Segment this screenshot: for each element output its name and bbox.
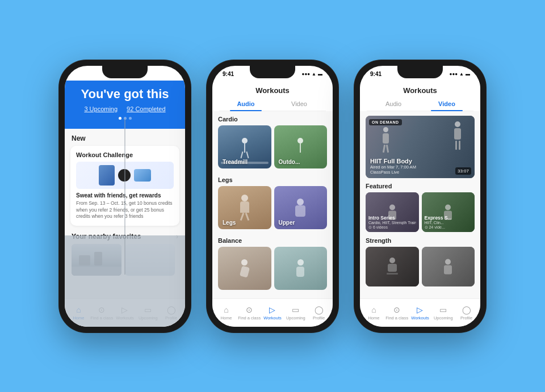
featured-intro[interactable]: Intro Series Cardio, HIIT, Strength Trai…	[366, 192, 419, 232]
workout-treadmill[interactable]: Treadmill	[218, 125, 271, 168]
featured-section: Featured	[360, 183, 480, 232]
legs-grid: Legs Upper	[212, 186, 333, 233]
home-icon-c: ⌂	[224, 305, 228, 314]
signal-icon: ●●●	[154, 71, 163, 77]
right-tabs: Audio Video	[367, 97, 473, 111]
center-workouts-scroll: Cardio	[212, 111, 333, 298]
tab-audio-right[interactable]: Audio	[367, 97, 420, 111]
featured-label: Featured	[366, 183, 475, 189]
signal-icon-r: ●●●	[450, 71, 458, 77]
profile-label-c: Profile	[313, 315, 325, 321]
time-center: 9:41	[223, 71, 234, 77]
category-cardio: Cardio	[212, 111, 333, 125]
upcoming-label-r: Upcoming	[434, 315, 453, 321]
center-title: Workouts	[219, 84, 326, 97]
bottom-nav-center: ⌂ Home ⊙ Find a class ▷ Workouts ▭ Upcom…	[212, 298, 333, 327]
workouts-label-c: Workouts	[263, 315, 282, 321]
tab-video-center[interactable]: Video	[272, 97, 326, 111]
upper-label: Upper	[279, 220, 295, 226]
signal-icon-c: ●●●	[302, 71, 311, 77]
express-count: ⊙ 24 vide...	[425, 225, 472, 230]
treadmill-label: Treadmill	[223, 159, 248, 165]
video-aired: Aired on Mar 7, 7:00 AM	[370, 165, 416, 170]
nav-findclass-right[interactable]: ⊙ Find a class	[385, 305, 409, 321]
legs-label: Legs	[223, 220, 236, 226]
express-subtitle: HIIT, Clin...	[425, 221, 472, 225]
left-scroll-area: New Workout Challenge	[65, 129, 185, 298]
find-class-icon-c: ⊙	[246, 305, 253, 314]
nav-upcoming-center[interactable]: ▭ Upcoming	[284, 305, 307, 321]
intro-subtitle: Cardio, HIIT, Strength Training	[368, 221, 416, 225]
nav-workouts-center[interactable]: ▷ Workouts	[261, 305, 284, 321]
featured-grid: Intro Series Cardio, HIIT, Strength Trai…	[366, 192, 475, 232]
stats-row: 3 Upcoming 92 Completed	[74, 106, 176, 112]
express-card-info: Express S... HIIT, Clin... ⊙ 24 vide...	[425, 215, 472, 230]
strength-grid	[366, 247, 475, 286]
left-screen-content: You've got this 3 Upcoming 92 Completed …	[65, 81, 185, 327]
cardio-grid: Treadmill Outdo...	[212, 125, 333, 172]
center-tabs: Audio Video	[219, 97, 326, 111]
category-balance: Balance	[212, 233, 333, 247]
tab-audio-center[interactable]: Audio	[219, 97, 272, 111]
status-icons-left: ●●● ▲ ▬	[154, 71, 175, 77]
workouts-icon-r: ▷	[417, 305, 423, 314]
strength-card-2[interactable]	[422, 247, 475, 286]
time-left: 9:41	[75, 71, 86, 77]
video-info: HIIT Full Body Aired on Mar 7, 7:00 AM C…	[370, 158, 416, 175]
bottom-nav-right: ⌂ Home ⊙ Find a class ▷ Workouts ▭ Upcom…	[360, 298, 480, 327]
workout-outdoor[interactable]: Outdo...	[274, 125, 328, 168]
completed-stat[interactable]: 92 Completed	[127, 106, 166, 112]
profile-icon-c: ◯	[315, 305, 324, 314]
right-title: Workouts	[367, 84, 473, 97]
battery-icon: ▬	[170, 71, 175, 77]
center-header: Workouts Audio Video	[212, 81, 333, 111]
strength-label: Strength	[366, 237, 475, 244]
workout-balance2[interactable]	[274, 247, 328, 290]
video-title: HIIT Full Body	[370, 158, 416, 165]
intro-title: Intro Series	[368, 215, 416, 221]
nav-profile-center[interactable]: ◯ Profile	[307, 305, 330, 321]
nav-home-right[interactable]: ⌂ Home	[362, 305, 385, 321]
featured-express[interactable]: Express S... HIIT, Clin... ⊙ 24 vide...	[422, 192, 475, 232]
workouts-icon-c: ▷	[269, 305, 275, 314]
notch-center	[250, 66, 295, 78]
nav-workouts-right[interactable]: ▷ Workouts	[409, 305, 432, 321]
phone-right: 9:41 ●●● ▲ ▬ Workouts Audio Video	[354, 60, 486, 332]
intro-card-info: Intro Series Cardio, HIIT, Strength Trai…	[368, 215, 416, 230]
status-icons-right: ●●● ▲ ▬	[450, 71, 470, 77]
outdoor-label: Outdo...	[279, 159, 300, 165]
right-workouts-scroll: ON DEMAND HIIT Full Body Aired on Mar 7,…	[360, 111, 480, 298]
wifi-icon-c: ▲	[312, 71, 316, 77]
wifi-icon: ▲	[164, 71, 169, 77]
battery-icon-c: ▬	[318, 71, 322, 77]
nav-home-center[interactable]: ⌂ Home	[215, 305, 238, 321]
hero-title: You've got this	[74, 87, 176, 101]
find-class-label-r: Find a class	[385, 315, 408, 321]
workout-legs[interactable]: Legs	[218, 186, 271, 229]
express-title: Express S...	[425, 215, 472, 221]
center-screen-content: Workouts Audio Video Cardio	[212, 81, 333, 327]
upcoming-stat[interactable]: 3 Upcoming	[84, 106, 118, 112]
hero-video[interactable]: ON DEMAND HIIT Full Body Aired on Mar 7,…	[366, 116, 475, 178]
notch-right	[397, 66, 443, 78]
phone-center: 9:41 ●●● ▲ ▬ Workouts Audio Video	[207, 60, 338, 332]
challenge-icon-3	[134, 169, 151, 182]
home-label-c: Home	[220, 315, 232, 321]
nav-profile-right[interactable]: ◯ Profile	[455, 305, 478, 321]
strength-card-1[interactable]	[366, 247, 419, 286]
find-class-icon-r: ⊙	[393, 305, 400, 314]
wifi-icon-r: ▲	[459, 71, 464, 77]
nav-findclass-center[interactable]: ⊙ Find a class	[238, 305, 261, 321]
balance-grid	[212, 247, 333, 293]
video-duration: 33:07	[455, 167, 471, 175]
tab-video-right[interactable]: Video	[420, 97, 473, 111]
dot-3	[129, 117, 132, 120]
workout-balance1[interactable]	[218, 247, 271, 290]
upcoming-icon-c: ▭	[292, 305, 299, 314]
workout-upper[interactable]: Upper	[274, 186, 328, 229]
nearby-studio[interactable]	[125, 244, 175, 276]
nav-upcoming-right[interactable]: ▭ Upcoming	[431, 305, 455, 321]
on-demand-badge: ON DEMAND	[369, 119, 402, 125]
upcoming-icon-r: ▭	[439, 305, 447, 314]
find-class-label-c: Find a class	[238, 315, 261, 321]
